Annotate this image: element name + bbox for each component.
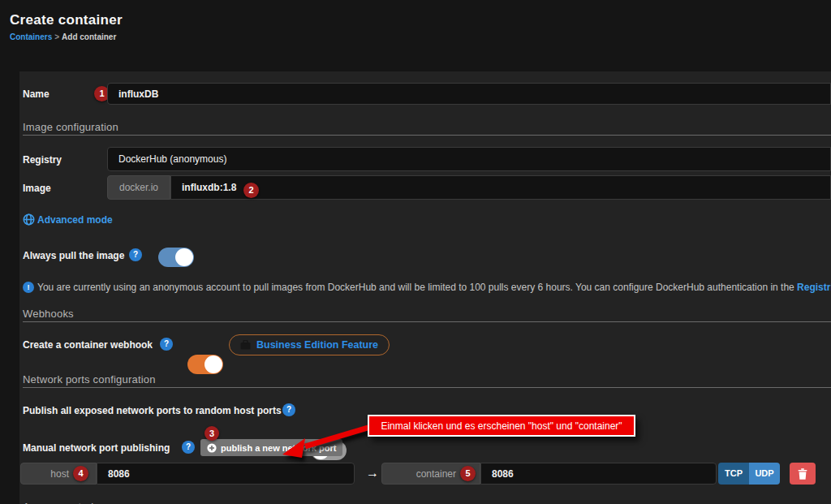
advanced-mode-link[interactable]: Advanced mode: [37, 214, 113, 226]
image-input[interactable]: influxdb:1.8: [170, 175, 831, 200]
udp-button[interactable]: UDP: [749, 463, 780, 485]
breadcrumb: Containers>Add container: [10, 32, 116, 41]
globe-icon: [23, 213, 35, 229]
host-port-input[interactable]: 8086: [97, 463, 355, 485]
breadcrumb-containers-link[interactable]: Containers: [10, 32, 52, 41]
create-webhook-label: Create a container webhook: [23, 339, 153, 351]
section-divider: [23, 135, 831, 136]
always-pull-label: Always pull the image: [23, 250, 124, 261]
help-icon[interactable]: ?: [182, 441, 195, 454]
annotation-badge-4: 4: [73, 466, 88, 481]
name-label: Name: [23, 88, 50, 100]
annotation-badge-3: 3: [205, 426, 219, 441]
delete-port-mapping-button[interactable]: [790, 463, 816, 485]
section-divider: [23, 321, 831, 322]
notice-text: You are currently using an anonymous acc…: [37, 282, 797, 293]
manual-port-publishing-label: Manual network port publishing: [23, 442, 170, 454]
image-configuration-heading: Image configuration: [23, 121, 118, 133]
toggle-knob: [175, 248, 193, 266]
business-edition-feature-label: Business Edition Feature: [256, 339, 378, 351]
container-port-prepend-label: container: [416, 468, 456, 480]
business-edition-feature-badge[interactable]: Business Edition Feature: [229, 334, 390, 355]
breadcrumb-current: Add container: [62, 32, 116, 41]
briefcase-icon: [240, 340, 251, 350]
name-input[interactable]: influxDB: [107, 83, 831, 105]
host-port-prepend: host 4: [20, 463, 97, 485]
plus-circle-icon: [207, 443, 217, 453]
image-label: Image: [23, 183, 51, 194]
page-title: Create container: [10, 12, 123, 28]
breadcrumb-separator: >: [54, 32, 59, 41]
tcp-button[interactable]: TCP: [718, 463, 749, 485]
toggle-knob: [205, 355, 222, 373]
annotation-callout: Einmal klicken und es erscheinen "host" …: [368, 415, 635, 437]
trash-icon: [798, 468, 807, 480]
annotation-badge-2: 2: [243, 183, 259, 198]
network-ports-heading: Network ports configuration: [23, 373, 156, 386]
anonymous-pull-notice: You are currently using an anonymous acc…: [37, 282, 831, 293]
always-pull-toggle[interactable]: [158, 248, 194, 267]
access-control-heading: Access control: [23, 501, 93, 504]
registry-select[interactable]: DockerHub (anonymous): [107, 147, 831, 171]
help-icon[interactable]: ?: [129, 248, 142, 261]
publish-all-ports-label: Publish all exposed network ports to ran…: [23, 405, 282, 416]
help-icon[interactable]: ?: [160, 338, 173, 351]
registries-link[interactable]: Registries: [797, 282, 831, 293]
container-port-input[interactable]: 8086: [480, 463, 717, 485]
host-port-prepend-label: host: [50, 468, 69, 480]
container-port-prepend: container 5: [381, 463, 480, 485]
create-container-form-card: Name 1 influxDB Image configuration Regi…: [19, 71, 831, 504]
registry-label: Registry: [23, 154, 62, 166]
help-icon[interactable]: ?: [282, 403, 295, 416]
publish-network-port-button[interactable]: publish a new network port: [200, 439, 342, 456]
section-divider: [23, 387, 831, 388]
annotation-badge-5: 5: [460, 466, 476, 481]
info-icon: !: [23, 282, 34, 293]
create-webhook-toggle[interactable]: [187, 355, 223, 374]
publish-network-port-label: publish a new network port: [221, 443, 336, 453]
image-registry-prefix: docker.io: [107, 175, 170, 200]
create-container-page: Create container Containers>Add containe…: [0, 0, 831, 504]
webhooks-heading: Webhooks: [23, 308, 74, 320]
